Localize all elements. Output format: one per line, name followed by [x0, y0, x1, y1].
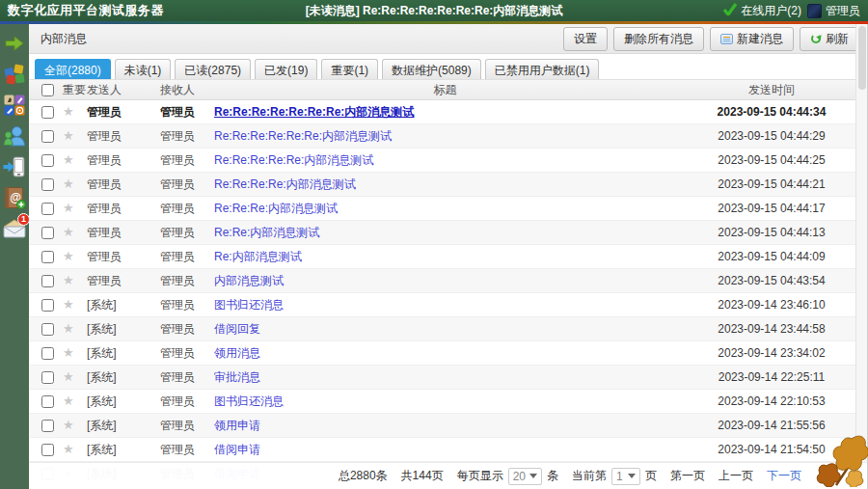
message-title-link[interactable]: 借阅申请: [214, 442, 676, 458]
current-page-select[interactable]: 1: [611, 468, 640, 485]
row-checkbox[interactable]: [41, 275, 54, 287]
online-users[interactable]: 在线用户(2): [722, 3, 801, 19]
star-icon[interactable]: [63, 297, 74, 312]
new-message-icon: [720, 34, 733, 44]
star-icon[interactable]: [63, 225, 74, 239]
message-title-link[interactable]: Re:Re:Re:Re:内部消息测试: [214, 177, 676, 193]
contacts-book-icon[interactable]: @: [2, 185, 27, 210]
row-checkbox[interactable]: [41, 130, 54, 143]
row-checkbox[interactable]: [41, 299, 54, 312]
current-page-value: 1: [616, 470, 623, 483]
app-title: 数字化应用平台测试服务器: [0, 2, 164, 19]
table-row[interactable]: 管理员 管理员 内部消息测试 2023-09-15 04:43:54: [29, 269, 867, 293]
star-icon[interactable]: [63, 104, 74, 119]
prev-page-link[interactable]: 上一页: [719, 468, 753, 484]
row-checkbox[interactable]: [41, 347, 54, 360]
message-title-link[interactable]: 审批消息: [214, 369, 676, 386]
toolbar-button-1[interactable]: 设置: [563, 27, 608, 51]
mobile-sync-icon[interactable]: [2, 154, 27, 179]
row-checkbox[interactable]: [41, 154, 54, 167]
table-row[interactable]: [系统] 管理员 领用消息 2023-09-14 23:34:02: [29, 341, 867, 366]
table-row[interactable]: 管理员 管理员 Re:内部消息测试 2023-09-15 04:44:09: [29, 245, 867, 269]
tab-4[interactable]: 已发(19): [255, 59, 317, 79]
tab-6[interactable]: 数据维护(5089): [382, 59, 481, 79]
table-row[interactable]: [系统] 管理员 借阅申请 2023-09-14 21:54:50: [29, 438, 867, 462]
star-icon[interactable]: [63, 249, 74, 263]
apps-grid-icon[interactable]: [2, 93, 27, 118]
current-user[interactable]: 管理员: [807, 3, 860, 19]
message-title-link[interactable]: 领用消息: [214, 345, 676, 362]
star-icon[interactable]: [63, 369, 74, 384]
row-sender: 管理员: [87, 225, 160, 241]
table-row[interactable]: [系统] 管理员 图书归还消息 2023-09-14 22:10:53: [29, 390, 867, 414]
table-row[interactable]: [系统] 管理员 借阅回复 2023-09-14 23:44:58: [29, 317, 867, 341]
row-checkbox[interactable]: [41, 371, 54, 384]
per-page-select[interactable]: 20: [508, 468, 542, 485]
row-checkbox[interactable]: [41, 444, 54, 456]
mail-icon[interactable]: 1: [2, 216, 27, 241]
star-icon[interactable]: [63, 273, 74, 287]
vertical-scrollbar[interactable]: [855, 24, 867, 489]
next-page-link[interactable]: 下一页: [767, 468, 801, 484]
table-row[interactable]: 管理员 管理员 Re:Re:Re:Re:Re:Re:内部消息测试 2023-09…: [29, 124, 867, 149]
star-icon[interactable]: [63, 201, 74, 215]
message-title-link[interactable]: Re:Re:Re:Re:Re:内部消息测试: [214, 152, 676, 169]
row-receiver: 管理员: [160, 249, 214, 265]
table-row[interactable]: 管理员 管理员 Re:Re:Re:内部消息测试 2023-09-15 04:44…: [29, 197, 867, 221]
scrollbar-thumb[interactable]: [858, 26, 866, 90]
row-checkbox[interactable]: [41, 227, 54, 239]
row-checkbox[interactable]: [41, 251, 54, 263]
star-icon[interactable]: [63, 128, 74, 143]
star-icon[interactable]: [63, 321, 74, 336]
header-receiver: 接收人: [160, 82, 214, 98]
row-checkbox[interactable]: [41, 420, 54, 432]
table-row[interactable]: 管理员 管理员 Re:Re:Re:Re:Re:内部消息测试 2023-09-15…: [29, 149, 867, 173]
star-icon[interactable]: [63, 152, 74, 167]
row-checkbox[interactable]: [41, 203, 54, 215]
star-icon[interactable]: [63, 177, 74, 191]
toolbar-button-3[interactable]: 新建消息: [710, 27, 794, 51]
message-title-link[interactable]: Re:内部消息测试: [214, 249, 676, 265]
message-title-link[interactable]: Re:Re:Re:Re:Re:Re:Re:内部消息测试: [214, 104, 676, 121]
row-checkbox[interactable]: [41, 323, 54, 336]
row-receiver: 管理员: [160, 104, 214, 121]
star-icon[interactable]: [63, 442, 74, 456]
table-row[interactable]: 管理员 管理员 Re:Re:Re:Re:内部消息测试 2023-09-15 04…: [29, 173, 867, 197]
message-title-link[interactable]: Re:Re:Re:内部消息测试: [214, 201, 676, 217]
tab-7[interactable]: 已禁用用户数据(1): [485, 59, 600, 79]
tab-5[interactable]: 重要(1): [321, 59, 378, 79]
row-time: 2023-09-15 04:43:54: [676, 274, 867, 287]
message-title-link[interactable]: 借阅回复: [214, 321, 676, 338]
first-page-link[interactable]: 第一页: [670, 468, 705, 484]
message-title-link[interactable]: 图书归还消息: [214, 297, 676, 313]
row-checkbox[interactable]: [41, 395, 54, 408]
tab-3[interactable]: 已读(2875): [175, 59, 251, 79]
table-row[interactable]: 管理员 管理员 Re:Re:Re:Re:Re:Re:Re:内部消息测试 2023…: [29, 100, 867, 124]
table-header: 重要 发送人 接收人 标题 发送时间: [29, 79, 867, 100]
star-icon[interactable]: [63, 345, 74, 360]
row-sender: [系统]: [87, 345, 160, 362]
message-title-link[interactable]: 图书归还消息: [214, 394, 676, 410]
message-title-link[interactable]: Re:Re:Re:Re:Re:Re:内部消息测试: [214, 128, 676, 145]
tab-1[interactable]: 全部(2880): [35, 59, 111, 79]
star-icon[interactable]: [63, 418, 74, 432]
table-row[interactable]: 管理员 管理员 Re:Re:内部消息测试 2023-09-15 04:44:13: [29, 221, 867, 245]
refresh-icon: [810, 33, 822, 44]
green-arrow-icon[interactable]: [2, 31, 27, 56]
row-checkbox[interactable]: [41, 106, 54, 119]
row-checkbox[interactable]: [41, 178, 54, 191]
table-row[interactable]: [系统] 管理员 领用申请 2023-09-14 21:55:56: [29, 414, 867, 438]
message-title-link[interactable]: 内部消息测试: [214, 273, 676, 289]
users-icon[interactable]: [2, 123, 27, 149]
toolbar-button-4[interactable]: 刷新: [800, 27, 859, 51]
table-row[interactable]: [系统] 管理员 审批消息 2023-09-14 22:25:11: [29, 366, 867, 390]
tab-2[interactable]: 未读(1): [115, 59, 172, 79]
table-row[interactable]: [系统] 管理员 图书归还消息 2023-09-14 23:46:10: [29, 293, 867, 317]
per-page-label: 每页显示: [457, 468, 503, 484]
toolbar-button-2[interactable]: 删除所有消息: [613, 27, 704, 51]
star-icon[interactable]: [63, 394, 74, 408]
select-all-checkbox[interactable]: [41, 84, 54, 96]
message-title-link[interactable]: 领用申请: [214, 418, 676, 434]
puzzle-icon[interactable]: [2, 62, 27, 87]
message-title-link[interactable]: Re:Re:内部消息测试: [214, 225, 676, 241]
